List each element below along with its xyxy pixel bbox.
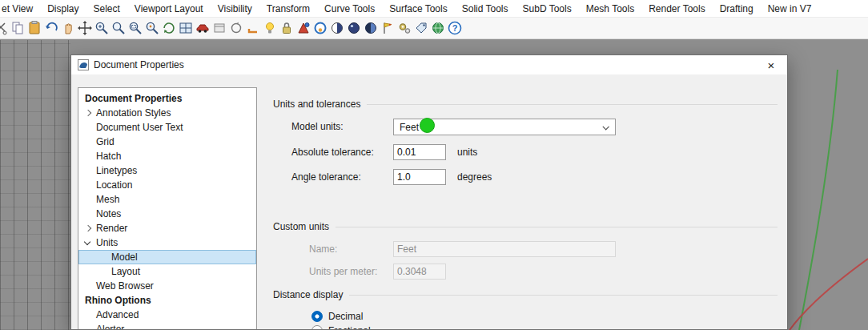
- toolbar-button-cone[interactable]: [295, 19, 311, 37]
- model-units-label: Model units:: [291, 119, 344, 135]
- tree-item[interactable]: Annotation Styles: [78, 106, 256, 120]
- radio-icon: [311, 311, 323, 322]
- tree-item[interactable]: Mesh: [78, 192, 256, 207]
- cone-icon: [295, 20, 311, 36]
- toolbar-button-car[interactable]: [194, 19, 211, 37]
- angle-tolerance-label: Angle tolerance:: [291, 169, 361, 186]
- menu-item[interactable]: Visibility: [211, 0, 259, 17]
- sphere-ring-icon: [312, 20, 328, 36]
- distance-display-option[interactable]: Fractional: [311, 324, 371, 330]
- paste-icon: [26, 20, 42, 36]
- tree-item[interactable]: Render: [78, 221, 256, 235]
- circle-arrow-icon: [228, 20, 244, 36]
- toolbar-button-zoom-dynamic[interactable]: [110, 19, 127, 37]
- menu-item[interactable]: New in V7: [761, 0, 819, 17]
- toolbar-button-sphere-half[interactable]: [328, 19, 345, 37]
- zoom-icon: [94, 20, 110, 36]
- toolbar: ?: [0, 18, 868, 39]
- tree-item[interactable]: Advanced: [78, 308, 256, 322]
- toolbar-button-cut[interactable]: [0, 19, 9, 37]
- distance-display-group-title: Distance display: [273, 289, 778, 300]
- move-icon: [77, 20, 93, 36]
- menu-item[interactable]: Curve Tools: [317, 0, 382, 17]
- tree-item[interactable]: Document Properties: [78, 91, 256, 106]
- absolute-tolerance-unit: units: [457, 144, 477, 161]
- tree-item[interactable]: Linetypes: [78, 163, 256, 178]
- panel-icon: [211, 20, 227, 36]
- tree-item[interactable]: Notes: [78, 207, 256, 221]
- tree-item[interactable]: Location: [78, 178, 256, 192]
- menu-item[interactable]: Solid Tools: [455, 0, 516, 17]
- dialog-titlebar[interactable]: Document Properties ×: [71, 55, 787, 74]
- lock-icon: [279, 20, 295, 36]
- rhino-app-window: et ViewDisplaySelectViewport LayoutVisib…: [0, 0, 868, 330]
- distance-display-options: DecimalFractional: [311, 309, 371, 330]
- toolbar-button-flag[interactable]: [379, 19, 396, 37]
- rotate-view-icon: [161, 20, 177, 36]
- model-units-value: Feet: [400, 122, 419, 133]
- distance-display-option[interactable]: Decimal: [311, 309, 371, 324]
- menu-item[interactable]: Select: [86, 0, 127, 17]
- menu-item[interactable]: Mesh Tools: [579, 0, 641, 17]
- sphere-half-icon: [329, 20, 345, 36]
- toolbar-button-gears[interactable]: [396, 19, 412, 37]
- tree-item[interactable]: Units: [78, 235, 256, 250]
- tree-item[interactable]: Layout: [78, 264, 256, 279]
- tree-item[interactable]: Hatch: [78, 149, 256, 163]
- tree-item[interactable]: Web Browser: [78, 279, 256, 293]
- menu-item[interactable]: Transform: [259, 0, 317, 17]
- toolbar-button-help[interactable]: ?: [446, 19, 463, 37]
- toolbar-button-move[interactable]: [76, 19, 93, 37]
- tree-item[interactable]: Grid: [78, 135, 256, 149]
- custom-units-group-title: Custom units: [273, 221, 778, 232]
- toolbar-button-sphere-dark[interactable]: [345, 19, 362, 37]
- menu-bar: et ViewDisplaySelectViewport LayoutVisib…: [0, 0, 868, 18]
- tree-item[interactable]: Model: [78, 250, 256, 264]
- toolbar-button-lock[interactable]: [278, 19, 295, 37]
- toolbar-button-paste[interactable]: [26, 19, 42, 37]
- toolbar-button-undo[interactable]: [42, 19, 59, 37]
- dialog-title: Document Properties: [94, 59, 184, 70]
- toolbar-button-globe[interactable]: [429, 19, 446, 37]
- units-per-meter-label: Units per meter:: [309, 264, 377, 280]
- globe-icon: [430, 20, 446, 36]
- toolbar-button-rotate-view[interactable]: [160, 19, 177, 37]
- units-per-meter-input: [393, 264, 446, 280]
- angle-tolerance-unit: degrees: [457, 169, 492, 186]
- toolbar-button-panel[interactable]: [211, 19, 227, 37]
- tree-item[interactable]: Alerter: [78, 322, 256, 330]
- toolbar-button-zoom[interactable]: [93, 19, 110, 37]
- menu-item[interactable]: Display: [40, 0, 86, 17]
- absolute-tolerance-input[interactable]: [393, 144, 446, 160]
- toolbar-button-circle-arrow[interactable]: [227, 19, 244, 37]
- help-icon: ?: [447, 20, 463, 36]
- toolbar-button-corner[interactable]: [244, 19, 261, 37]
- menu-item[interactable]: Drafting: [713, 0, 761, 17]
- radio-icon: [311, 325, 323, 330]
- close-button[interactable]: ×: [758, 55, 784, 74]
- toolbar-button-zoom-window[interactable]: [127, 19, 143, 37]
- menu-item[interactable]: Viewport Layout: [127, 0, 211, 17]
- svg-text:?: ?: [452, 23, 457, 33]
- toolbar-button-lightbulb[interactable]: [261, 19, 278, 37]
- tree-item[interactable]: Rhino Options: [78, 293, 256, 308]
- car-icon: [195, 20, 211, 36]
- toolbar-button-pan[interactable]: [59, 19, 76, 37]
- angle-tolerance-input[interactable]: [393, 169, 446, 185]
- toolbar-button-sphere-shaded[interactable]: [362, 19, 379, 37]
- tree-item[interactable]: Document User Text: [78, 120, 256, 135]
- toolbar-button-viewport-layout[interactable]: [177, 19, 194, 37]
- toolbar-button-zoom-selected[interactable]: [143, 19, 160, 37]
- rhino-icon: [78, 59, 89, 70]
- toolbar-button-tag[interactable]: [412, 19, 429, 37]
- menu-item[interactable]: SubD Tools: [516, 0, 579, 17]
- menu-item[interactable]: et View: [0, 0, 40, 17]
- menu-item[interactable]: Surface Tools: [382, 0, 455, 17]
- toolbar-button-copy[interactable]: [9, 19, 26, 37]
- menu-item[interactable]: Render Tools: [641, 0, 713, 17]
- copy-icon: [10, 20, 26, 36]
- toolbar-button-sphere-ring[interactable]: [311, 19, 328, 37]
- tag-icon: [413, 20, 429, 36]
- settings-tree: Document PropertiesAnnotation StylesDocu…: [78, 87, 257, 330]
- absolute-tolerance-label: Absolute tolerance:: [291, 144, 374, 161]
